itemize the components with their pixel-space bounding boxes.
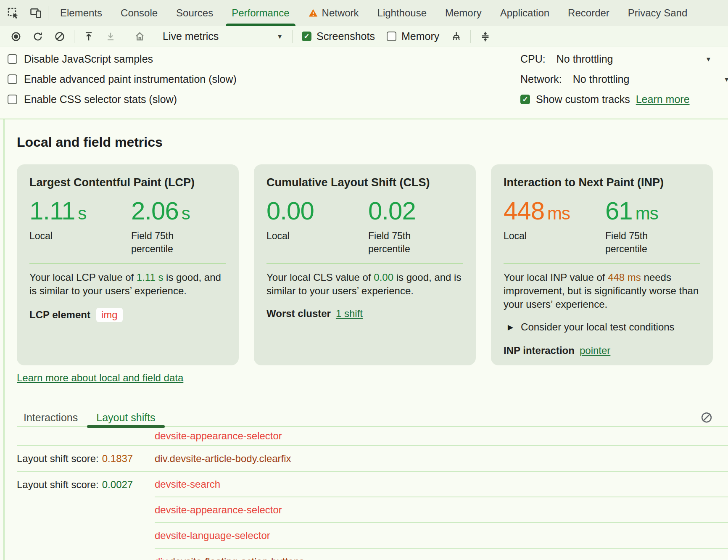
separator	[125, 30, 125, 43]
card-title: Largest Contentful Paint (LCP)	[29, 176, 226, 189]
network-throttling-select[interactable]: Network: No throttling ▼	[520, 72, 728, 86]
inp-field-value: 61ms	[605, 198, 700, 227]
live-metrics-dropdown[interactable]: Live metrics ▼	[158, 30, 289, 42]
screenshots-checkbox-row[interactable]: ✓ Screenshots	[302, 30, 375, 42]
tab-sources[interactable]: Sources	[167, 0, 222, 26]
tab-recorder[interactable]: Recorder	[559, 0, 619, 26]
element-link[interactable]: div.devsite-article-body.clearfix	[155, 453, 291, 465]
disable-js-samples-checkbox[interactable]	[8, 54, 17, 64]
load-profile-icon[interactable]	[78, 28, 100, 45]
tab-label: Recorder	[568, 7, 609, 19]
network-label: Network:	[520, 73, 562, 85]
tab-layout-shifts[interactable]: Layout shifts	[90, 409, 162, 426]
cpu-label: CPU:	[520, 53, 546, 65]
chevron-down-icon: ▼	[705, 55, 712, 63]
memory-label: Memory	[401, 30, 439, 42]
cpu-throttling-select[interactable]: CPU: No throttling ▼	[520, 52, 728, 66]
clear-log-icon[interactable]	[700, 411, 713, 424]
element-link[interactable]: devsite-search	[155, 478, 220, 490]
tab-console[interactable]: Console	[111, 0, 167, 26]
memory-checkbox-row[interactable]: Memory	[387, 30, 439, 42]
score-label: Layout shift score:	[17, 479, 99, 491]
screenshots-checkbox[interactable]: ✓	[302, 32, 311, 41]
field-label: Field 75th percentile	[368, 230, 440, 256]
save-profile-icon	[100, 28, 121, 45]
inspect-icon[interactable]	[7, 7, 19, 19]
local-label: Local	[266, 230, 338, 243]
separator	[292, 30, 293, 43]
tab-label: Elements	[60, 7, 102, 19]
worst-cluster-link[interactable]: 1 shift	[336, 308, 363, 320]
show-custom-tracks-row[interactable]: ✓ Show custom tracks Learn more	[520, 92, 728, 106]
memory-checkbox[interactable]	[387, 32, 396, 41]
local-test-conditions-disclosure[interactable]: ▶ Consider your local test conditions	[504, 321, 700, 333]
tab-memory[interactable]: Memory	[436, 0, 491, 26]
inp-description: Your local INP value of 448 ms needs imp…	[504, 271, 700, 311]
devtools-tabbar: Elements Console Sources Performance Net…	[0, 0, 728, 26]
inp-interaction-link[interactable]: pointer	[580, 345, 610, 357]
element-link[interactable]: devsite-appearance-selector	[155, 504, 282, 516]
score-value: 0.0027	[102, 479, 133, 491]
layout-shifts-table: devsite-appearance-selector Layout shift…	[17, 427, 728, 560]
worst-cluster-row: Worst cluster 1 shift	[266, 308, 463, 320]
element-link[interactable]: devsite-appearance-selector	[155, 430, 282, 442]
tab-elements[interactable]: Elements	[51, 0, 111, 26]
worst-cluster-label: Worst cluster	[266, 308, 331, 320]
checkbox-label: Disable JavaScript samples	[24, 53, 153, 65]
inp-card: Interaction to Next Paint (INP) 448ms Lo…	[491, 164, 713, 365]
disclosure-triangle-icon: ▶	[508, 323, 513, 332]
tab-lighthouse[interactable]: Lighthouse	[368, 0, 436, 26]
home-icon[interactable]	[129, 28, 150, 45]
learn-more-field-data-link[interactable]: Learn more about local and field data	[17, 372, 183, 384]
lcp-field-value: 2.06s	[131, 198, 226, 227]
performance-settings: Disable JavaScript samples Enable advanc…	[0, 47, 728, 119]
element-link[interactable]: div.devsite-floating-action-buttons	[155, 556, 304, 560]
brush-icon[interactable]	[445, 28, 467, 45]
tab-label: Memory	[445, 7, 482, 19]
table-row: div.devsite-floating-action-buttons	[17, 549, 728, 560]
learn-more-link[interactable]: Learn more	[636, 93, 690, 106]
tab-network[interactable]: Network	[299, 0, 368, 26]
live-metrics-view: Local and field metrics Largest Contentf…	[0, 135, 728, 560]
tab-label: Application	[500, 7, 549, 19]
tab-label: Privacy Sand	[628, 7, 687, 19]
show-custom-tracks-checkbox[interactable]: ✓	[520, 95, 530, 104]
clear-icon[interactable]	[49, 28, 71, 45]
tab-application[interactable]: Application	[491, 0, 559, 26]
cpu-value: No throttling	[557, 53, 613, 65]
cls-card: Cumulative Layout Shift (CLS) 0.00 Local…	[254, 164, 476, 365]
separator	[74, 30, 74, 43]
cls-description: Your local CLS value of 0.00 is good, an…	[266, 271, 463, 298]
throttling-column: CPU: No throttling ▼ Network: No throttl…	[520, 52, 728, 113]
cls-local-value: 0.00	[266, 198, 368, 227]
screenshots-label: Screenshots	[317, 30, 375, 42]
lcp-description: Your local LCP value of 1.11 s is good, …	[29, 271, 226, 298]
lcp-element-chip[interactable]: img	[96, 308, 123, 322]
card-divider	[504, 263, 700, 264]
checkbox-label: Enable CSS selector stats (slow)	[24, 93, 177, 106]
performance-toolbar: Live metrics ▼ ✓ Screenshots Memory	[0, 26, 728, 47]
tab-performance[interactable]: Performance	[222, 0, 298, 26]
tab-privacy-sandbox[interactable]: Privacy Sand	[619, 0, 696, 26]
tab-label: Console	[121, 7, 158, 19]
inp-interaction-row: INP interaction pointer	[504, 345, 700, 357]
reload-icon[interactable]	[27, 28, 49, 45]
check-icon: ✓	[522, 95, 528, 104]
css-selector-stats-checkbox[interactable]	[8, 95, 17, 104]
chevron-down-icon: ▼	[277, 33, 283, 40]
lcp-element-row: LCP element img	[29, 308, 226, 322]
local-label: Local	[504, 230, 575, 243]
checkbox-label: Enable advanced paint instrumentation (s…	[24, 73, 237, 85]
element-link[interactable]: devsite-language-selector	[155, 530, 270, 542]
separator	[48, 6, 48, 20]
device-toolbar-icon[interactable]	[29, 7, 42, 19]
lcp-element-label: LCP element	[29, 309, 90, 321]
field-label: Field 75th percentile	[605, 230, 677, 256]
field-label: Field 75th percentile	[131, 230, 203, 256]
advanced-paint-checkbox[interactable]	[8, 74, 17, 84]
tab-interactions[interactable]: Interactions	[17, 409, 84, 426]
score-value: 0.1837	[102, 453, 133, 465]
record-icon[interactable]	[5, 28, 27, 45]
tabbar-tool-icons	[0, 0, 45, 26]
collapse-icon[interactable]	[474, 28, 496, 45]
